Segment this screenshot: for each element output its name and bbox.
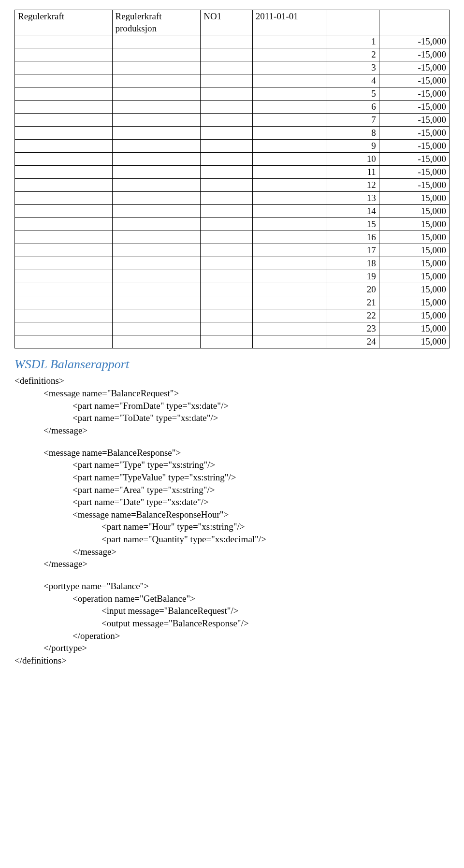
table-cell: 2 — [327, 48, 379, 61]
table-cell — [112, 140, 201, 153]
header-cell-2-line2: produksjon — [116, 23, 157, 33]
table-row: 8-15,000 — [15, 127, 450, 140]
table-cell: 5 — [327, 87, 379, 101]
table-cell — [15, 61, 113, 74]
header-cell-3: NO1 — [201, 10, 253, 35]
table-cell — [15, 257, 113, 270]
table-cell: 15,000 — [379, 270, 449, 283]
table-row: 2215,000 — [15, 309, 450, 322]
table-cell: 10 — [327, 153, 379, 166]
table-cell: -15,000 — [379, 114, 449, 127]
table-cell — [15, 140, 113, 153]
table-cell — [252, 192, 327, 205]
table-cell: 14 — [327, 205, 379, 218]
table-cell — [15, 244, 113, 257]
xml-line: <part name="TypeValue" type="xs:string"/… — [72, 471, 450, 484]
table-cell — [252, 283, 327, 296]
table-cell — [15, 309, 113, 322]
table-cell — [252, 205, 327, 218]
table-cell — [252, 127, 327, 140]
table-row: 1415,000 — [15, 205, 450, 218]
table-cell — [201, 114, 253, 127]
table-cell — [112, 218, 201, 231]
table-cell: 15,000 — [379, 309, 449, 322]
table-cell: -15,000 — [379, 153, 449, 166]
table-cell — [252, 35, 327, 48]
table-cell — [15, 48, 113, 61]
table-cell — [201, 257, 253, 270]
table-cell — [112, 74, 201, 87]
table-cell — [15, 218, 113, 231]
xml-line: <message name="BalanceRequest"> — [44, 387, 450, 400]
table-row: 4-15,000 — [15, 74, 450, 87]
data-table: Regulerkraft Regulerkraft produksjon NO1… — [14, 10, 450, 348]
table-cell: -15,000 — [379, 61, 449, 74]
table-cell: 4 — [327, 74, 379, 87]
table-cell — [252, 114, 327, 127]
table-cell — [15, 127, 113, 140]
table-cell: -15,000 — [379, 87, 449, 101]
table-cell — [252, 244, 327, 257]
table-cell — [252, 270, 327, 283]
header-cell-2: Regulerkraft produksjon — [112, 10, 201, 35]
table-cell: 8 — [327, 127, 379, 140]
header-cell-4: 2011-01-01 — [252, 10, 327, 35]
table-cell: 21 — [327, 296, 379, 309]
table-cell — [201, 48, 253, 61]
table-cell — [201, 127, 253, 140]
table-cell — [15, 35, 113, 48]
table-cell — [15, 114, 113, 127]
table-row: 2015,000 — [15, 283, 450, 296]
table-cell — [112, 48, 201, 61]
table-cell — [252, 101, 327, 114]
table-cell — [112, 101, 201, 114]
table-cell — [201, 322, 253, 335]
table-cell: -15,000 — [379, 179, 449, 192]
table-row: 1515,000 — [15, 218, 450, 231]
xml-line: </definitions> — [14, 654, 450, 667]
table-cell — [112, 87, 201, 101]
table-cell: 15,000 — [379, 257, 449, 270]
table-cell — [201, 101, 253, 114]
table-cell — [15, 192, 113, 205]
table-cell: 12 — [327, 179, 379, 192]
table-cell: -15,000 — [379, 101, 449, 114]
xml-line: <input message="BalanceRequest"/> — [102, 605, 450, 617]
table-cell — [252, 153, 327, 166]
table-cell — [112, 166, 201, 179]
xml-line: <message name=BalanceResponse"> — [44, 447, 450, 459]
xml-line: <operation name="GetBalance"> — [72, 593, 450, 605]
table-cell — [201, 296, 253, 309]
table-cell: -15,000 — [379, 48, 449, 61]
table-cell — [112, 257, 201, 270]
table-cell — [112, 127, 201, 140]
table-row: 10-15,000 — [15, 153, 450, 166]
table-cell: 15,000 — [379, 283, 449, 296]
table-row: 1-15,000 — [15, 35, 450, 48]
table-cell: 15,000 — [379, 218, 449, 231]
table-cell: 9 — [327, 140, 379, 153]
table-cell — [112, 270, 201, 283]
table-row: 11-15,000 — [15, 166, 450, 179]
header-cell-2-line1: Regulerkraft — [116, 11, 162, 21]
table-cell: 15,000 — [379, 244, 449, 257]
xml-line: <part name="Hour" type="xs:string"/> — [102, 521, 450, 533]
table-cell — [15, 205, 113, 218]
table-cell — [112, 244, 201, 257]
xml-line: <part name="FromDate" type="xs:date"/> — [72, 400, 450, 412]
table-cell — [112, 205, 201, 218]
table-cell: 7 — [327, 114, 379, 127]
table-cell — [252, 48, 327, 61]
table-cell — [112, 335, 201, 348]
table-cell — [112, 153, 201, 166]
table-cell — [201, 140, 253, 153]
section-title: WSDL Balanserapport — [14, 357, 450, 372]
table-cell: 11 — [327, 166, 379, 179]
table-cell — [15, 179, 113, 192]
xml-line: <porttype name="Balance"> — [44, 580, 450, 593]
table-row: 1915,000 — [15, 270, 450, 283]
table-cell: 13 — [327, 192, 379, 205]
xml-line: <part name="ToDate" type="xs:date"/> — [72, 412, 450, 424]
table-cell — [201, 270, 253, 283]
table-cell — [252, 61, 327, 74]
